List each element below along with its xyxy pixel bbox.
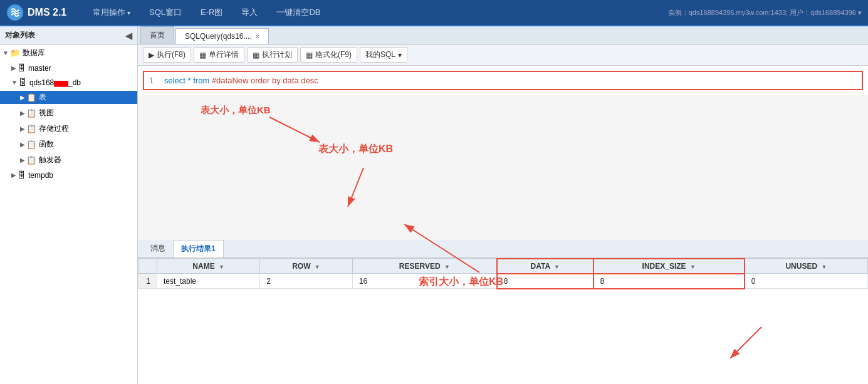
run-label: 执行(F8): [157, 49, 186, 60]
tab-query[interactable]: SQLQuery(qds16.... ×: [175, 28, 269, 44]
tab-message[interactable]: 消息: [143, 240, 173, 257]
nav-er-diagram[interactable]: E-R图: [193, 4, 230, 21]
nav-sql-window[interactable]: SQL窗口: [142, 4, 189, 21]
col-header-index-size: INDEX_SIZE ▼: [593, 259, 745, 274]
mysql-label: 我的SQL: [365, 49, 395, 60]
tree-label-tempdb: tempdb: [28, 171, 53, 180]
tree-label-triggers: 触发器: [39, 155, 61, 165]
tree-label-procedures: 存储过程: [39, 123, 69, 134]
tab-close-button[interactable]: ×: [256, 33, 259, 40]
sort-icon[interactable]: ▼: [315, 264, 320, 270]
col-header-unused: UNUSED ▼: [745, 259, 868, 274]
tab-result1[interactable]: 执行结果1: [173, 240, 224, 257]
tree-node-procedures: ▶ 📋 存储过程: [0, 121, 137, 137]
expand-icon: ▶: [11, 65, 16, 71]
tree-label-databases: 数据库: [23, 48, 45, 58]
expand-icon: ▶: [20, 141, 25, 148]
format-label: 格式化(F9): [315, 49, 352, 60]
nav-import[interactable]: 导入: [234, 4, 265, 21]
instance-info: 实例：qds168894396.my3w.com:1433; 用户：qds168…: [668, 8, 862, 18]
tab-query-label: SQLQuery(qds16....: [185, 32, 252, 41]
table-size-arrow: [269, 117, 320, 142]
annotation-area: 表大小，单位KB: [138, 95, 868, 240]
tree-label-tables: 表: [39, 92, 46, 103]
tree-node-qds-db: ▼ 🗄 qds168████_db: [0, 75, 137, 90]
table-row: 1 test_table 2 16 8 8 0: [139, 274, 868, 289]
line-number: 1: [149, 76, 158, 85]
format-icon: ▦: [306, 51, 313, 60]
nav-clear-db[interactable]: 一键清空DB: [269, 4, 328, 21]
cell-name: test_table: [157, 274, 260, 289]
tree-node-views: ▶ 📋 视图: [0, 105, 137, 121]
index-size-arrow: [730, 327, 761, 358]
tree-node-master: ▶ 🗄 master: [0, 61, 137, 75]
sort-icon[interactable]: ▼: [219, 264, 224, 270]
sort-icon[interactable]: ▼: [554, 264, 560, 270]
exec-plan-button[interactable]: ▦ 执行计划: [247, 47, 298, 63]
cell-reserved: 16: [352, 274, 497, 289]
sql-editor[interactable]: 1 select * from #dataNew order by data d…: [143, 71, 863, 90]
col-header-data: DATA ▼: [497, 259, 593, 274]
sidebar: 对象列表 ◀ ▼ 📁 数据库 ▶ 🗄 master: [0, 26, 138, 384]
expand-icon: ▶: [11, 172, 16, 179]
annotation-svg: [138, 95, 868, 240]
topbar: DMS 2.1 常用操作 SQL窗口 E-R图 导入 一键清空DB 实例：qds…: [0, 0, 868, 26]
mysql-button[interactable]: 我的SQL ▾: [360, 47, 407, 63]
sql-code: select * from #dataNew order by data des…: [164, 76, 318, 85]
row-detail-label: 单行详情: [209, 49, 239, 60]
tree-node-functions: ▶ 📋 函数: [0, 137, 137, 152]
tree-node-tables: ▶ 📋 表: [0, 90, 137, 105]
content-area: 首页 SQLQuery(qds16.... × ▶ 执行(F8) ▦ 单行详情 …: [138, 26, 868, 384]
result-table-container: NAME ▼ ROW ▼ RESERVED ▼: [138, 258, 868, 289]
expand-icon: ▶: [20, 94, 25, 101]
sort-icon[interactable]: ▼: [821, 264, 827, 270]
col-header-reserved: RESERVED ▼: [352, 259, 497, 274]
col-header-rownum: [139, 259, 157, 274]
exec-plan-label: 执行计划: [262, 49, 292, 60]
table-icon: ▦: [199, 51, 206, 60]
expand-icon: ▶: [20, 110, 25, 117]
result-tabs: 消息 执行结果1: [138, 240, 868, 258]
format-button[interactable]: ▦ 格式化(F9): [300, 47, 357, 63]
run-button[interactable]: ▶ 执行(F8): [143, 47, 191, 63]
sql-line-1: 1 select * from #dataNew order by data d…: [149, 76, 857, 85]
expand-icon: ▶: [20, 125, 25, 132]
tree-node-tempdb: ▶ 🗄 tempdb: [0, 168, 137, 182]
sort-icon[interactable]: ▼: [444, 264, 450, 270]
expand-icon: ▼: [11, 79, 18, 86]
app-title: DMS 2.1: [28, 7, 66, 18]
tab-bar: 首页 SQLQuery(qds16.... ×: [138, 26, 868, 44]
tree-label-views: 视图: [39, 108, 54, 118]
main-layout: 对象列表 ◀ ▼ 📁 数据库 ▶ 🗄 master: [0, 26, 868, 384]
result-area: 消息 执行结果1 NAME ▼: [138, 240, 868, 385]
sidebar-collapse-button[interactable]: ◀: [125, 31, 132, 41]
expand-icon: ▼: [3, 49, 9, 56]
sidebar-title: 对象列表: [5, 30, 35, 41]
table-size-annotation: 表大小，单位KB: [201, 105, 271, 117]
tree-node-triggers: ▶ 📋 触发器: [0, 152, 137, 168]
tree-label-functions: 函数: [39, 139, 54, 150]
nav-common-ops[interactable]: 常用操作: [85, 4, 138, 21]
index-size-svg: [711, 321, 805, 371]
tab-home[interactable]: 首页: [140, 26, 174, 44]
cell-data: 8: [497, 274, 593, 289]
mysql-arrow-icon: ▾: [398, 51, 402, 60]
table-size-label: 表大小，单位KB: [201, 105, 271, 115]
cell-rownum: 1: [139, 274, 157, 289]
sort-icon[interactable]: ▼: [690, 264, 696, 270]
row-detail-button[interactable]: ▦ 单行详情: [194, 47, 244, 63]
toolbar: ▶ 执行(F8) ▦ 单行详情 ▦ 执行计划 ▦ 格式化(F9) 我的SQL: [138, 44, 868, 66]
tree-label-master: master: [28, 64, 51, 73]
sql-editor-area: 1 select * from #dataNew order by data d…: [138, 66, 868, 95]
result-table-wrapper[interactable]: NAME ▼ ROW ▼ RESERVED ▼: [138, 258, 868, 289]
top-nav: 常用操作 SQL窗口 E-R图 导入 一键清空DB: [85, 4, 667, 21]
result-table: NAME ▼ ROW ▼ RESERVED ▼: [138, 258, 868, 289]
col-header-row: ROW ▼: [260, 259, 352, 274]
tree-label-qds-db: qds168████_db: [29, 78, 81, 87]
logo-icon: [6, 4, 24, 21]
cell-index-size: 8: [593, 274, 745, 289]
expand-icon: ▶: [20, 157, 25, 163]
sidebar-header: 对象列表 ◀: [0, 26, 137, 45]
tree-node-databases: ▼ 📁 数据库: [0, 45, 137, 61]
cell-row-count: 2: [260, 274, 352, 289]
